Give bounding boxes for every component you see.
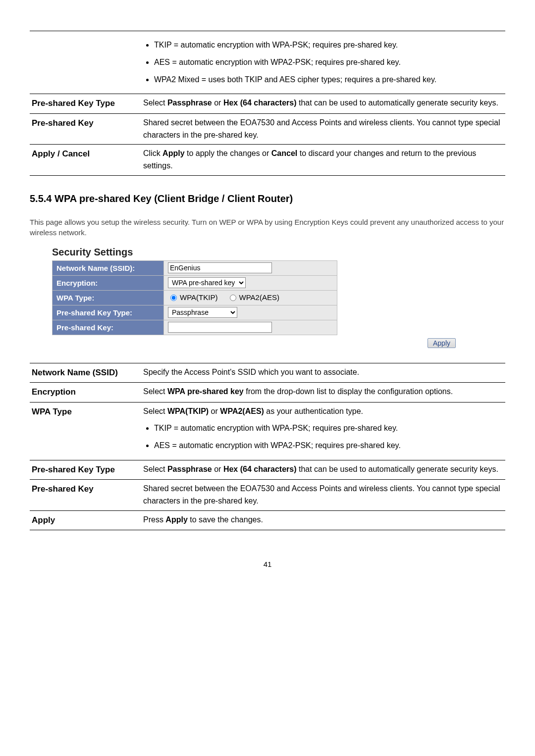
label-pskt-2: Pre-shared Key Type: [30, 460, 141, 480]
label-encryption-desc: Encryption: [30, 383, 141, 402]
label-pre-shared-key: Pre-shared Key: [30, 113, 141, 145]
section-heading: 5.5.4 WPA pre-shared Key (Client Bridge …: [30, 193, 505, 204]
security-settings-form: Network Name (SSID): Encryption: WPA pre…: [52, 260, 337, 335]
wpa-tkip-radio[interactable]: [170, 295, 177, 301]
form-label-ssid: Network Name (SSID):: [53, 260, 164, 275]
security-settings-heading: Security Settings: [52, 247, 505, 258]
desc-encryption: Select WPA pre-shared key from the drop-…: [141, 383, 505, 402]
wpa2-aes-label: WPA2(AES): [239, 293, 279, 302]
label-apply-2: Apply: [30, 510, 141, 530]
label-psk-2: Pre-shared Key: [30, 480, 141, 511]
form-label-encryption: Encryption:: [53, 275, 164, 290]
bullet-tkip: TKIP = automatic encryption with WPA-PSK…: [154, 39, 503, 51]
bullet-aes: AES = automatic encryption with WPA2-PSK…: [154, 56, 503, 69]
desc-apply-2: Press Apply to save the changes.: [141, 510, 505, 530]
ssid-input[interactable]: [168, 262, 272, 273]
wpa-tkip-label: WPA(TKIP): [180, 293, 217, 302]
bottom-description-table: Network Name (SSID) Specify the Access P…: [30, 357, 505, 530]
apply-button[interactable]: Apply: [428, 338, 456, 348]
form-label-psk: Pre-shared Key:: [53, 320, 164, 335]
psk-type-select[interactable]: Passphrase: [168, 307, 237, 318]
label-pre-shared-key-type: Pre-shared Key Type: [30, 94, 141, 113]
label-apply-cancel: Apply / Cancel: [30, 145, 141, 176]
label-network-name: Network Name (SSID): [30, 363, 141, 382]
bullet-aes-2: AES = automatic encryption with WPA2-PSK…: [154, 440, 503, 452]
form-label-pskt: Pre-shared Key Type:: [53, 305, 164, 320]
desc-pre-shared-key: Shared secret between the EOA7530 and Ac…: [141, 113, 505, 145]
psk-input[interactable]: [168, 322, 272, 333]
desc-apply-cancel: Click Apply to apply the changes or Canc…: [141, 145, 505, 176]
bullet-tkip-2: TKIP = automatic encryption with WPA-PSK…: [154, 422, 503, 435]
desc-wpa-type: Select WPA(TKIP) or WPA2(AES) as your au…: [141, 402, 505, 460]
bullet-wpa2-mixed: WPA2 Mixed = uses both TKIP and AES ciph…: [154, 74, 503, 86]
form-label-wpa-type: WPA Type:: [53, 290, 164, 305]
desc-network-name: Specify the Access Point's SSID which yo…: [141, 363, 505, 382]
desc-psk-2: Shared secret between the EOA7530 and Ac…: [141, 480, 505, 511]
top-description-table: TKIP = automatic encryption with WPA-PSK…: [30, 25, 505, 176]
intro-text: This page allows you setup the wireless …: [30, 217, 505, 238]
encryption-select[interactable]: WPA pre-shared key: [168, 277, 246, 288]
label-wpa-type-desc: WPA Type: [30, 402, 141, 460]
wpa2-aes-radio[interactable]: [230, 295, 236, 301]
desc-pskt-2: Select Passphrase or Hex (64 characters)…: [141, 460, 505, 480]
desc-pre-shared-key-type: Select Passphrase or Hex (64 characters)…: [141, 94, 505, 113]
page-number: 41: [30, 560, 505, 568]
